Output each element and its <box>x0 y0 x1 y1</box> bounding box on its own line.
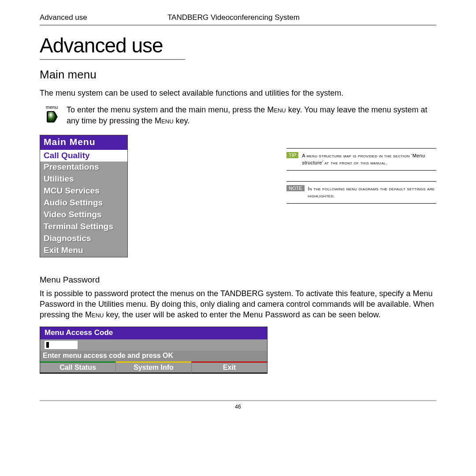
main-menu-figure-row: Main Menu Call Quality Presentations Uti… <box>40 135 436 257</box>
menu-item-selected[interactable]: Call Quality <box>40 150 127 162</box>
system-info-button[interactable]: System Info <box>115 361 191 373</box>
access-button-row: Call Status System Info Exit <box>40 361 267 373</box>
main-menu-screenshot: Main Menu Call Quality Presentations Uti… <box>40 135 128 257</box>
page-header: Advanced use TANDBERG Videoconferencing … <box>40 13 436 22</box>
menu-item[interactable]: Diagnostics <box>40 233 127 245</box>
note-text: In the following menu diagrams the defau… <box>308 185 436 200</box>
access-code-input[interactable] <box>45 341 78 349</box>
menu-password-heading: Menu Password <box>40 275 436 285</box>
menu-item[interactable]: Terminal Settings <box>40 221 127 233</box>
access-prompt: Enter menu access code and press OK <box>40 351 267 361</box>
menu-instruction-text: To enter the menu system and the main me… <box>64 104 436 126</box>
menu-item[interactable]: Presentations <box>40 162 127 174</box>
intro-text: The menu system can be used to select av… <box>40 88 436 98</box>
menu-icon-label: menu <box>46 104 58 110</box>
page-number: 46 <box>40 404 436 410</box>
exit-button[interactable]: Exit <box>191 361 267 373</box>
note-block: NOTE In the following menu diagrams the … <box>286 181 436 204</box>
section-heading: Main menu <box>40 68 436 82</box>
text-cursor <box>46 342 49 348</box>
header-section: Advanced use <box>40 13 167 22</box>
menu-password-body: It is possible to password protect the m… <box>40 288 436 320</box>
header-divider <box>40 25 436 26</box>
menu-access-code-screenshot: Menu Access Code Enter menu access code … <box>40 327 268 374</box>
tip-badge: TIP <box>286 152 298 158</box>
menu-titlebar: Main Menu <box>40 135 127 150</box>
menu-item[interactable]: Audio Settings <box>40 197 127 209</box>
side-notes: TIP A menu structure map is provided in … <box>128 135 436 214</box>
menu-key-instruction: menu To enter the menu system and the ma… <box>40 104 436 126</box>
menu-item[interactable]: Exit Menu <box>40 245 127 257</box>
tip-text: A menu structure map is provided in the … <box>302 152 436 167</box>
footer-divider <box>40 400 436 401</box>
menu-item[interactable]: Video Settings <box>40 209 127 221</box>
menu-item[interactable]: Utilities <box>40 174 127 186</box>
tip-block: TIP A menu structure map is provided in … <box>286 148 436 171</box>
note-badge: NOTE <box>286 185 305 191</box>
menu-button-icon: menu <box>40 104 64 123</box>
access-titlebar: Menu Access Code <box>40 327 267 339</box>
access-input-row <box>40 339 267 351</box>
call-status-button[interactable]: Call Status <box>40 361 115 373</box>
title-underline <box>40 59 185 60</box>
play-icon <box>45 111 59 123</box>
header-product: TANDBERG Videoconferencing System <box>167 13 436 22</box>
menu-item[interactable]: MCU Services <box>40 186 127 197</box>
page-title: Advanced use <box>40 33 436 57</box>
